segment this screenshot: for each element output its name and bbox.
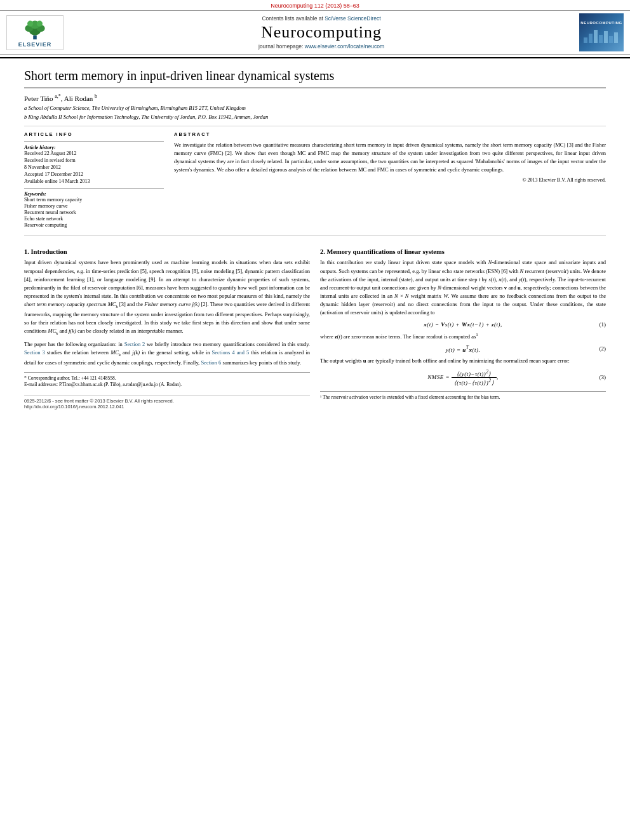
main-content: Short term memory in input-driven linear… [0,58,630,416]
svg-rect-7 [584,37,587,43]
accepted-date: Accepted 17 December 2012 [24,171,164,177]
intro-para1: Input driven dynamical systems have been… [24,258,310,337]
received-date: Received 22 August 2012 [24,150,164,156]
sciverse-link[interactable]: SciVerse ScienceDirect [325,15,380,22]
journal-name: Neurocomputing [64,23,579,42]
article-info-column: Article Info Article history: Received 2… [24,131,164,229]
keyword-2: Fisher memory curve [24,203,164,209]
keywords-section: Keywords: Short term memory capacity Fis… [24,188,164,228]
eq1-expression: x(t) = Vs(t) + Wx(t−1) + z(t), [424,321,502,328]
footnote1-text: ¹ The reservoir activation vector is ext… [320,394,606,401]
analyzed-word: analyzed [285,349,304,356]
svg-point-6 [37,20,43,26]
svg-point-5 [27,20,33,26]
keyword-3: Recurrent neural network [24,210,164,215]
eq2-expression: y(t) = uTx(t). [446,345,481,353]
section45-link[interactable]: Sections 4 and 5 [212,349,250,356]
affiliation-b: b King Abdulla II School for Information… [24,114,606,121]
section2-para1: In this contribution we study linear inp… [320,258,606,317]
body-content: 1. Introduction Input driven dynamical s… [24,242,606,410]
keyword-4: Echo state network [24,216,164,222]
svg-rect-13 [614,32,618,43]
affiliation-a: a School of Computer Science, The Univer… [24,105,606,112]
abstract-label: Abstract [174,131,606,137]
article-info-label: Article Info [24,131,164,137]
elsevier-tree-icon [16,18,54,40]
online-date: Available online 14 March 2013 [24,178,164,184]
section3-link[interactable]: Section 3 [24,349,45,356]
affiliations: a School of Computer Science, The Univer… [24,105,606,127]
article-title: Short term memory in input-driven linear… [24,67,606,88]
footnote-section: * Corresponding author. Tel.: +44 121 41… [24,372,310,389]
revised-date: 8 November 2012 [24,164,164,170]
journal-thumbnail: NEUROCOMPUTING [579,13,624,51]
svg-rect-10 [599,35,603,43]
eq1-number: (1) [600,321,607,328]
email-addresses-note: E-mail addresses: P.Tino@cs.bham.ac.uk (… [24,382,310,389]
journal-top-bar: Neurocomputing 112 (2013) 58–63 [0,0,630,10]
history-label: Article history: [24,145,164,150]
abstract-column: Abstract We investigate the relation bet… [174,131,606,229]
copyright-footer: 0925-2312/$ - see front matter © 2013 El… [24,395,310,410]
corresponding-author-note: * Corresponding author. Tel.: +44 121 41… [24,375,310,382]
eq3-number: (3) [600,374,607,380]
equation-3: NMSE = ⟨(y(t)−τ(t))2⟩ ⟨(τ(t)−⟨τ(t)⟩)2⟩ ,… [320,369,606,386]
svg-rect-11 [604,31,608,43]
section2-column: 2. Memory quantifications of linear syst… [320,242,606,410]
intro-para2: The paper has the following organization… [24,340,310,367]
section2-para2: where z(t) are zero-mean noise terms. Th… [320,331,606,341]
elsevier-logo: ELSEVIER [6,15,64,50]
contents-line: Contents lists available at SciVerse Sci… [64,15,579,22]
abstract-text: We investigate the relation between two … [174,141,606,173]
elsevier-wordmark: ELSEVIER [18,41,52,48]
keyword-5: Reservoir computing [24,222,164,228]
journal-banner: ELSEVIER Contents lists available at Sci… [0,10,630,55]
svg-rect-8 [589,34,593,43]
equation-1: x(t) = Vs(t) + Wx(t−1) + z(t), (1) [320,321,606,328]
footnote1-section: ¹ The reservoir activation vector is ext… [320,391,606,401]
svg-rect-9 [594,30,598,43]
revised-label: Received in revised form [24,157,164,163]
equation-2: y(t) = uTx(t). (2) [320,345,606,353]
eq3-expression: NMSE = ⟨(y(t)−τ(t))2⟩ ⟨(τ(t)−⟨τ(t)⟩)2⟩ , [427,369,499,386]
article-info-abstract: Article Info Article history: Received 2… [24,131,606,236]
keywords-label: Keywords: [24,191,164,197]
doi-link: http://dx.doi.org/10.1016/j.neucom.2012.… [24,404,310,410]
eq2-number: (2) [600,345,607,352]
section2-link[interactable]: Section 2 [124,341,145,347]
journal-header: Neurocomputing 112 (2013) 58–63 ELSEVIER… [0,0,630,58]
journal-url[interactable]: www.elsevier.com/locate/neucom [305,43,384,50]
journal-homepage: journal homepage: www.elsevier.com/locat… [64,43,579,50]
svg-rect-0 [33,35,37,39]
keyword-1: Short term memory capacity [24,197,164,203]
abstract-copyright: © 2013 Elsevier B.V. All rights reserved… [174,177,606,183]
intro-heading: 1. Introduction [24,248,310,255]
journal-center: Contents lists available at SciVerse Sci… [64,15,579,50]
authors: Peter Tiňo a,*, Ali Rodan b [24,93,606,102]
svg-rect-12 [609,36,613,43]
section2-para3: The output weights u are typically train… [320,357,606,365]
article-history-box: Article history: Received 22 August 2012… [24,141,164,184]
journal-thumb-chart-icon [582,25,620,44]
section2-heading: 2. Memory quantifications of linear syst… [320,248,606,255]
copyright-notice: 0925-2312/$ - see front matter © 2013 El… [24,398,310,404]
journal-citation: Neurocomputing 112 (2013) 58–63 [271,3,359,9]
intro-section: 1. Introduction Input driven dynamical s… [24,242,310,410]
section6-link[interactable]: Section 6 [201,359,221,366]
